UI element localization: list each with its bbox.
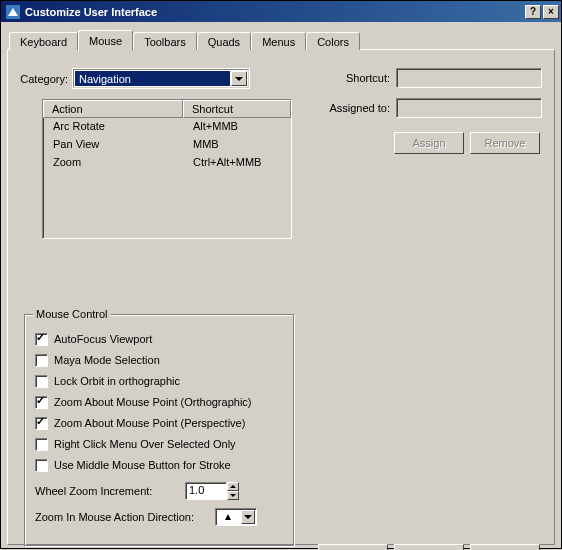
checkbox-label: AutoFocus Viewport bbox=[54, 333, 152, 345]
tab-toolbars[interactable]: Toolbars bbox=[133, 32, 197, 50]
save-button[interactable]: Save... bbox=[394, 544, 464, 550]
zoom-direction-select[interactable] bbox=[215, 508, 257, 526]
table-row[interactable]: Zoom Ctrl+Alt+MMB bbox=[43, 154, 291, 172]
load-button[interactable]: Load... bbox=[318, 544, 388, 550]
table-row[interactable]: Arc Rotate Alt+MMB bbox=[43, 118, 291, 136]
assigned-to-field bbox=[396, 98, 542, 118]
cell-action: Zoom bbox=[43, 154, 183, 172]
checkbox-icon bbox=[35, 459, 48, 472]
title-bar: Customize User Interface ? × bbox=[0, 0, 562, 22]
checkbox-right-click[interactable]: Right Click Menu Over Selected Only bbox=[35, 435, 283, 453]
spinner-up-icon[interactable] bbox=[227, 482, 239, 491]
checkbox-icon bbox=[35, 396, 48, 409]
wheel-increment-spinner[interactable]: 1.0 bbox=[185, 482, 239, 500]
shortcut-panel: Shortcut: Assigned to: Assign Remove bbox=[318, 68, 542, 154]
assign-button[interactable]: Assign bbox=[394, 132, 464, 154]
dropdown-arrow-icon bbox=[241, 510, 255, 524]
checkbox-label: Use Middle Mouse Button for Stroke bbox=[54, 459, 231, 471]
reset-button[interactable]: Reset bbox=[470, 544, 540, 550]
checkbox-maya-mode[interactable]: Maya Mode Selection bbox=[35, 351, 283, 369]
spinner-down-icon[interactable] bbox=[227, 491, 239, 500]
category-dropdown[interactable]: Navigation bbox=[72, 68, 250, 89]
checkbox-icon bbox=[35, 354, 48, 367]
tab-keyboard[interactable]: Keyboard bbox=[9, 32, 78, 50]
checkbox-icon bbox=[35, 438, 48, 451]
wheel-increment-label: Wheel Zoom Increment: bbox=[35, 485, 185, 497]
tab-colors[interactable]: Colors bbox=[306, 32, 360, 50]
cell-shortcut: MMB bbox=[183, 136, 291, 154]
tab-panel: Category: Navigation Shortcut: Assigned … bbox=[7, 49, 555, 545]
mouse-control-group: Mouse Control AutoFocus Viewport Maya Mo… bbox=[24, 314, 294, 546]
category-label: Category: bbox=[16, 73, 72, 85]
action-list[interactable]: Action Shortcut Arc Rotate Alt+MMB Pan V… bbox=[42, 99, 292, 239]
tab-mouse[interactable]: Mouse bbox=[78, 30, 133, 51]
checkbox-lock-orbit[interactable]: Lock Orbit in orthographic bbox=[35, 372, 283, 390]
assigned-to-label: Assigned to: bbox=[318, 102, 396, 114]
column-header-shortcut[interactable]: Shortcut bbox=[183, 100, 291, 118]
checkbox-icon bbox=[35, 417, 48, 430]
close-button[interactable]: × bbox=[543, 5, 559, 19]
checkbox-zoom-ortho[interactable]: Zoom About Mouse Point (Orthographic) bbox=[35, 393, 283, 411]
checkbox-icon bbox=[35, 375, 48, 388]
checkbox-label: Zoom About Mouse Point (Perspective) bbox=[54, 417, 245, 429]
column-header-action[interactable]: Action bbox=[43, 100, 183, 118]
help-button[interactable]: ? bbox=[525, 5, 541, 19]
checkbox-zoom-persp[interactable]: Zoom About Mouse Point (Perspective) bbox=[35, 414, 283, 432]
category-selected: Navigation bbox=[75, 71, 230, 86]
arrow-up-icon bbox=[225, 514, 231, 520]
checkbox-mmb-stroke[interactable]: Use Middle Mouse Button for Stroke bbox=[35, 456, 283, 474]
dropdown-arrow-icon bbox=[231, 71, 247, 86]
tab-menus[interactable]: Menus bbox=[251, 32, 306, 50]
window-title: Customize User Interface bbox=[25, 6, 523, 18]
cell-action: Arc Rotate bbox=[43, 118, 183, 136]
cell-action: Pan View bbox=[43, 136, 183, 154]
checkbox-icon bbox=[35, 333, 48, 346]
tab-quads[interactable]: Quads bbox=[197, 32, 251, 50]
mouse-control-legend: Mouse Control bbox=[33, 308, 111, 320]
wheel-increment-value[interactable]: 1.0 bbox=[185, 482, 227, 500]
bottom-button-row: Load... Save... Reset bbox=[318, 544, 540, 550]
zoom-direction-value bbox=[216, 509, 240, 525]
checkbox-label: Lock Orbit in orthographic bbox=[54, 375, 180, 387]
shortcut-field[interactable] bbox=[396, 68, 542, 88]
checkbox-label: Maya Mode Selection bbox=[54, 354, 160, 366]
table-row[interactable]: Pan View MMB bbox=[43, 136, 291, 154]
checkbox-label: Right Click Menu Over Selected Only bbox=[54, 438, 236, 450]
cell-shortcut: Alt+MMB bbox=[183, 118, 291, 136]
window-body: Keyboard Mouse Toolbars Quads Menus Colo… bbox=[0, 22, 562, 549]
tab-strip: Keyboard Mouse Toolbars Quads Menus Colo… bbox=[7, 28, 555, 49]
cell-shortcut: Ctrl+Alt+MMB bbox=[183, 154, 291, 172]
remove-button[interactable]: Remove bbox=[470, 132, 540, 154]
checkbox-label: Zoom About Mouse Point (Orthographic) bbox=[54, 396, 251, 408]
app-icon bbox=[5, 4, 21, 20]
shortcut-label: Shortcut: bbox=[318, 72, 396, 84]
zoom-direction-label: Zoom In Mouse Action Direction: bbox=[35, 511, 215, 523]
checkbox-autofocus[interactable]: AutoFocus Viewport bbox=[35, 330, 283, 348]
